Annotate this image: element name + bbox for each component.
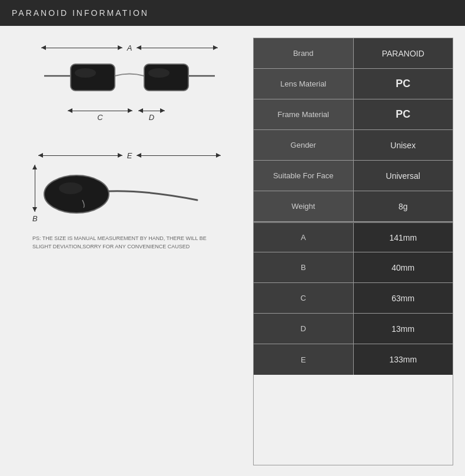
brand-row: Brand PARANOID	[254, 38, 453, 69]
svg-rect-2	[71, 64, 115, 91]
dim-e-spec-label: E	[254, 344, 354, 375]
weight-label: Weight	[254, 191, 354, 221]
dim-b-line	[35, 165, 35, 212]
dim-d-row: D 13mm	[254, 314, 453, 344]
glasses-front-svg	[38, 55, 221, 108]
side-view-container: B	[32, 165, 227, 223]
dim-b-row: B 40mm	[254, 252, 453, 283]
main-content: A	[0, 26, 465, 471]
svg-point-4	[75, 68, 96, 78]
gender-row: Gender Unisex	[254, 130, 453, 161]
lens-material-row: Lens Material PC	[254, 69, 453, 99]
frame-material-value: PC	[354, 99, 453, 129]
dim-a-arrow-right	[137, 48, 218, 48]
svg-point-6	[44, 175, 109, 213]
dim-b-spec-value: 40mm	[354, 252, 453, 282]
header-title: PARANOID INFORMATION	[12, 8, 149, 18]
suitable-label: Suitable For Face	[254, 161, 354, 191]
dim-c-spec-label: C	[254, 283, 354, 313]
dim-b-label: B	[32, 214, 38, 223]
dim-b-spec-label: B	[254, 252, 354, 282]
dim-a-row: A	[41, 44, 218, 52]
diagram-top: A	[15, 44, 244, 122]
svg-point-7	[59, 182, 82, 194]
dim-e-row-spec: E 133mm	[254, 344, 453, 375]
dim-d-arrow	[138, 111, 165, 111]
left-panel: A	[12, 38, 247, 465]
dim-e-label: E	[127, 151, 132, 160]
gender-value: Unisex	[354, 130, 453, 160]
suitable-row: Suitable For Face Universal	[254, 161, 453, 191]
frame-material-label: Frame Material	[254, 99, 354, 129]
dim-a-spec-value: 141mm	[354, 223, 453, 252]
dim-b-vert: B	[32, 165, 38, 223]
weight-value: 8g	[354, 191, 453, 221]
dim-a-spec-label: A	[254, 223, 354, 252]
dim-d-spec-value: 13mm	[354, 314, 453, 344]
dim-d-spec-label: D	[254, 314, 354, 344]
glasses-side-svg	[41, 168, 200, 221]
gender-label: Gender	[254, 130, 354, 160]
svg-point-5	[148, 68, 170, 78]
dim-a-arrow	[41, 48, 122, 48]
lens-material-label: Lens Material	[254, 69, 354, 99]
dim-c-spec-value: 63mm	[354, 283, 453, 313]
dim-c-arrow	[68, 111, 132, 111]
weight-row: Weight 8g	[254, 191, 453, 222]
dim-e-spec-value: 133mm	[354, 344, 453, 375]
lens-material-value: PC	[354, 69, 453, 99]
dim-e-row: E	[38, 151, 221, 160]
dim-e-arrow	[38, 155, 122, 156]
right-panel: Brand PARANOID Lens Material PC Frame Ma…	[253, 38, 453, 465]
note-text: PS: THE SIZE IS MANUAL MEASUREMENT BY HA…	[29, 235, 230, 251]
dim-d-label: D	[149, 113, 154, 122]
suitable-value: Universal	[354, 161, 453, 191]
dim-c-row: C 63mm	[254, 283, 453, 314]
svg-rect-3	[144, 64, 188, 91]
dim-a-row: A 141mm	[254, 222, 453, 252]
dim-c-label: C	[97, 113, 102, 122]
frame-material-row: Frame Material PC	[254, 99, 453, 130]
header: PARANOID INFORMATION	[0, 0, 465, 26]
brand-value: PARANOID	[354, 38, 453, 68]
brand-label: Brand	[254, 38, 354, 68]
dim-e-arrow-right	[137, 155, 221, 156]
dim-a-label: A	[127, 44, 132, 52]
